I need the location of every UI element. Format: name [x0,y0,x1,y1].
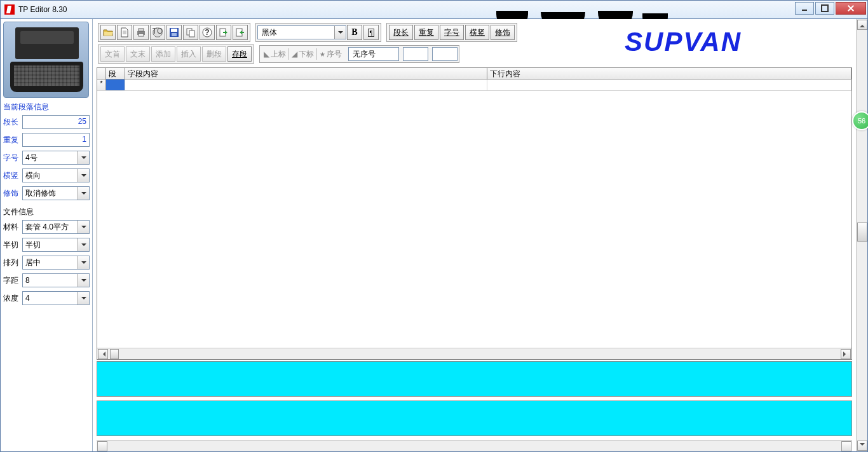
save-button[interactable] [166,25,182,40]
pencil-down-icon: ◢ [292,50,297,58]
grid-horizontal-scrollbar[interactable] [97,348,851,359]
scroll-right-icon[interactable] [841,441,851,451]
col-header-content[interactable]: 字段内容 [125,68,487,79]
seglen-input[interactable]: 25 [22,115,90,129]
cell-content[interactable] [125,79,487,90]
repeat-input[interactable]: 1 [22,133,90,147]
chevron-down-icon [78,187,89,200]
title-bar: TP Editor 8.30 [0,0,868,19]
svg-rect-1 [139,29,144,31]
density-select[interactable]: 4 [22,291,90,305]
tail-button[interactable]: 文末 [126,46,150,62]
sequence-mode-select[interactable]: 无序号 [348,47,399,61]
align-select[interactable]: 居中 [22,256,90,270]
pilcrow-button[interactable]: ¶ [363,25,379,40]
delseg-button[interactable]: 删段 [202,46,226,62]
scroll-thumb[interactable] [857,223,867,242]
device-preview-image [3,22,89,98]
chevron-down-icon [78,256,89,269]
help-icon: ? [202,27,212,38]
font-toolbar: 黑体 B ¶ [255,23,381,42]
fontsize-button[interactable]: 字号 [440,25,464,40]
preview-strip-2 [97,401,852,436]
font-select[interactable]: 黑体 [257,25,346,39]
repeat-button[interactable]: 重复 [414,25,438,40]
sequence-start-input[interactable] [403,47,428,61]
notification-badge[interactable]: 56 [852,111,868,130]
print-button[interactable] [133,25,149,40]
cut-label: 半切 [3,240,22,250]
svg-rect-7 [172,33,177,36]
orient-select[interactable]: 横向 [22,168,90,182]
superscript-button[interactable]: ◣上标 [264,49,286,60]
orient-button[interactable]: 横竖 [465,25,489,40]
chevron-down-icon [78,169,89,182]
scroll-down-icon[interactable] [857,441,867,451]
file-toolbar: STOP ? [98,23,250,42]
brand-logo: SUPVAN [625,27,742,57]
import-button[interactable] [216,25,231,40]
scroll-right-icon[interactable] [841,349,851,359]
col-header-segno[interactable]: 段号 [106,68,125,79]
bold-button[interactable]: B [347,25,362,40]
svg-rect-6 [171,29,177,32]
saveseg-button[interactable]: 存段 [227,46,252,62]
insert-button[interactable]: 插入 [177,46,201,62]
scroll-left-icon[interactable] [97,441,107,451]
add-button[interactable]: 添加 [151,46,175,62]
vertical-scrollbar[interactable] [856,19,867,451]
copy-icon [186,27,196,38]
seglen-button[interactable]: 段长 [389,25,413,40]
cell-nextline[interactable] [487,79,851,90]
row-marker: * [97,79,106,90]
scroll-left-icon[interactable] [98,349,108,359]
grid-body[interactable]: * [97,79,851,348]
svg-text:STOP: STOP [153,27,163,36]
export-button[interactable] [233,25,248,40]
section-title-file: 文件信息 [3,207,90,217]
preview-area [93,361,856,440]
scroll-thumb[interactable] [110,349,119,359]
scroll-up-icon[interactable] [857,20,867,30]
bottom-horizontal-scrollbar[interactable] [97,440,852,451]
spacing-label: 字距 [3,275,22,286]
chevron-down-icon [78,274,89,287]
title-decoration [496,0,687,20]
maximize-button[interactable] [815,2,834,15]
spacing-select[interactable]: 8 [22,273,90,287]
stop-button[interactable]: STOP [150,25,165,40]
orient-label: 横竖 [3,170,22,181]
cell-segno-selected[interactable] [106,79,125,90]
material-select[interactable]: 套管 4.0平方 [22,220,90,234]
head-button[interactable]: 文首 [100,46,125,62]
preview-strip-1 [97,361,852,397]
window-controls [794,2,866,15]
sequence-end-input[interactable] [432,47,458,61]
copy-button[interactable] [183,25,198,40]
help-button[interactable]: ? [200,25,215,40]
svg-rect-9 [189,31,194,37]
open-button[interactable] [100,25,116,40]
nav-toolbar: 文首 文末 添加 插入 删段 存段 [98,45,254,64]
new-button[interactable] [117,25,132,40]
decor-label: 修饰 [3,188,22,199]
minimize-button[interactable] [795,2,814,15]
col-header-nextline[interactable]: 下行内容 [487,68,851,79]
fontsize-select[interactable]: 4号 [22,151,90,165]
pencil-up-icon: ◣ [264,50,269,58]
fontsize-label: 字号 [3,153,22,163]
close-button[interactable] [836,2,866,15]
table-row[interactable]: * [97,79,851,91]
align-label: 排列 [3,257,22,268]
subscript-button[interactable]: ◢下标 [292,49,314,60]
pilcrow-icon: ¶ [368,29,375,37]
folder-open-icon [103,27,113,38]
sequence-button[interactable]: 序号 [320,49,342,60]
cut-select[interactable]: 半切 [22,238,90,252]
chevron-down-icon [78,238,89,251]
decor-select[interactable]: 取消修饰 [22,186,90,200]
decor-button[interactable]: 修饰 [491,25,515,40]
chevron-down-icon [78,151,89,164]
floppy-icon [169,27,179,38]
svg-rect-2 [139,34,144,36]
